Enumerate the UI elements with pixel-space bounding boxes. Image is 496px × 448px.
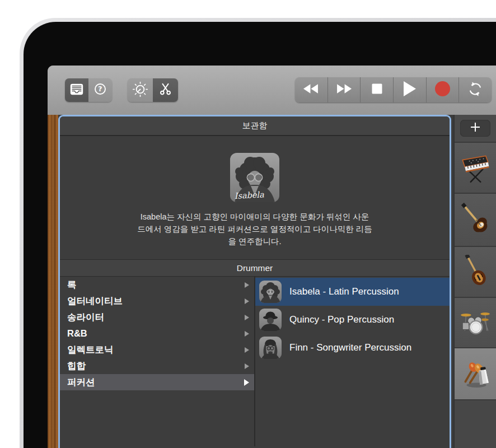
chevron-right-icon bbox=[245, 315, 249, 320]
genre-row-hiphop[interactable]: 힙합 bbox=[60, 358, 254, 374]
chevron-right-icon bbox=[245, 363, 249, 369]
artist-description: Isabela는 자신의 고향인 마이애미의 다양한 문화가 뒤섞인 사운 드에… bbox=[137, 211, 372, 248]
quincy-avatar bbox=[259, 309, 282, 331]
drummer-row-quincy[interactable]: Quincy - Pop Percussion bbox=[255, 306, 450, 334]
synthesizer-icon bbox=[459, 151, 492, 185]
library-panel: 보관함 Isabel bbox=[58, 115, 451, 448]
smart-controls-button[interactable] bbox=[128, 78, 153, 102]
cycle-button[interactable] bbox=[459, 77, 492, 102]
editor-button[interactable] bbox=[153, 78, 178, 102]
track-tile-bass-guitar[interactable] bbox=[455, 247, 496, 298]
transport-controls bbox=[295, 77, 492, 102]
drummer-row-isabela[interactable]: Isabela - Latin Percussion bbox=[255, 278, 450, 306]
chevron-right-icon bbox=[245, 298, 249, 304]
genre-column: 록 얼터네이티브 송라이터 R&B 일렉트로닉 bbox=[60, 277, 255, 446]
record-button[interactable] bbox=[427, 77, 460, 102]
view-button-group: ? bbox=[65, 78, 112, 102]
play-button[interactable] bbox=[394, 77, 427, 102]
drummer-section-title: Drummer bbox=[237, 263, 273, 273]
fast-forward-button[interactable] bbox=[328, 77, 361, 102]
help-button[interactable]: ? bbox=[88, 78, 112, 102]
drummer-column: Isabela - Latin Percussion Quincy - Pop … bbox=[255, 277, 450, 446]
drummer-section-header: Drummer bbox=[60, 259, 450, 277]
library-title: 보관함 bbox=[242, 120, 268, 131]
chevron-right-icon bbox=[245, 331, 249, 337]
bass-guitar-icon bbox=[459, 255, 492, 290]
artist-avatar: Isabela bbox=[230, 153, 279, 202]
library-button[interactable] bbox=[65, 78, 88, 102]
editor-scissors-icon bbox=[159, 83, 172, 98]
track-strip-empty bbox=[455, 400, 496, 448]
artist-signature: Isabela bbox=[234, 190, 264, 200]
finn-avatar bbox=[259, 337, 282, 359]
list-area: 록 얼터네이티브 송라이터 R&B 일렉트로닉 bbox=[60, 277, 450, 446]
library-icon bbox=[70, 83, 83, 97]
genre-row-rnb[interactable]: R&B bbox=[60, 325, 254, 342]
rewind-icon bbox=[303, 84, 319, 96]
genre-row-electronic[interactable]: 일렉트로닉 bbox=[60, 342, 254, 358]
chevron-right-icon bbox=[244, 379, 249, 386]
electric-guitar-icon bbox=[459, 203, 492, 237]
play-icon bbox=[404, 81, 416, 99]
stop-button[interactable] bbox=[361, 77, 394, 102]
panel-button-group bbox=[128, 78, 178, 102]
help-icon: ? bbox=[93, 82, 107, 98]
add-track-row bbox=[455, 115, 496, 143]
isabela-avatar bbox=[259, 281, 282, 303]
cycle-icon bbox=[467, 81, 484, 100]
track-tile-percussion[interactable] bbox=[455, 348, 496, 400]
chevron-right-icon bbox=[245, 282, 249, 288]
genre-row-alternative[interactable]: 얼터네이티브 bbox=[60, 293, 254, 309]
plus-icon bbox=[469, 121, 481, 136]
track-tile-synthesizer[interactable] bbox=[455, 143, 496, 194]
drummer-row-finn[interactable]: Finn - Songwriter Percussion bbox=[255, 334, 450, 362]
drum-kit-icon bbox=[459, 305, 492, 340]
library-header: 보관함 bbox=[60, 116, 450, 136]
wood-side-panel bbox=[48, 115, 58, 448]
svg-text:?: ? bbox=[98, 85, 102, 93]
genre-row-rock[interactable]: 록 bbox=[60, 277, 254, 293]
rewind-button[interactable] bbox=[295, 77, 328, 102]
chevron-right-icon bbox=[245, 347, 249, 353]
track-strip bbox=[453, 115, 496, 448]
genre-row-songwriter[interactable]: 송라이터 bbox=[60, 309, 254, 325]
toolbar: ? bbox=[48, 66, 496, 115]
stop-icon bbox=[372, 83, 382, 96]
artist-section: Isabela Isabela는 자신의 고향인 마이애미의 다양한 문화가 뒤… bbox=[60, 136, 450, 259]
record-icon bbox=[434, 81, 451, 99]
genre-row-percussion[interactable]: 퍼커션 bbox=[60, 374, 254, 390]
screen: ? bbox=[48, 66, 496, 448]
smart-controls-icon bbox=[133, 82, 148, 99]
track-tile-electric-guitar[interactable] bbox=[455, 194, 496, 247]
add-track-button[interactable] bbox=[460, 120, 490, 137]
track-tile-drum-kit[interactable] bbox=[455, 298, 496, 348]
fast-forward-icon bbox=[336, 84, 352, 96]
percussion-icon bbox=[459, 357, 492, 391]
